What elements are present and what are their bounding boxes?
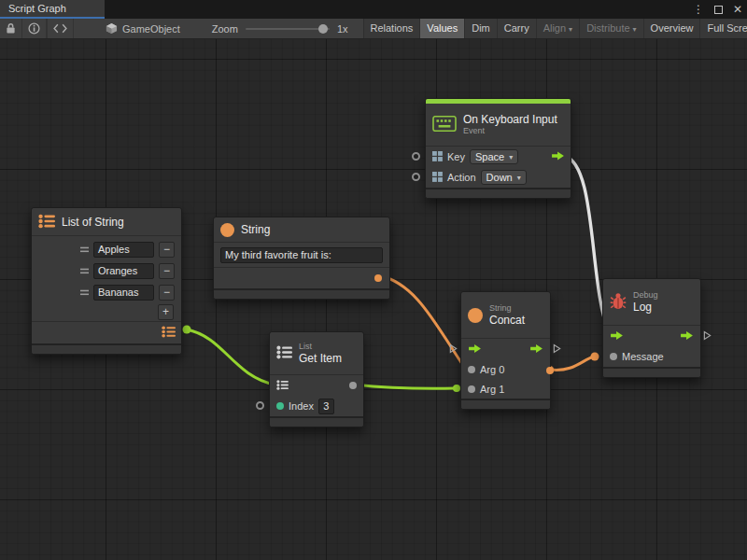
unity-cube-icon xyxy=(106,22,118,35)
node-debug-log[interactable]: Debug Log Message xyxy=(602,278,701,378)
result-output-port[interactable] xyxy=(546,367,554,374)
info-icon[interactable] xyxy=(22,19,47,39)
chevron-down-icon: ▾ xyxy=(569,25,572,34)
remove-item-button[interactable]: − xyxy=(159,242,175,258)
node-category: String xyxy=(489,303,525,314)
node-concat[interactable]: String Concat Arg 0 xyxy=(460,291,551,410)
fullscreen-button[interactable]: Full Screen xyxy=(699,19,747,39)
zoom-slider-knob[interactable] xyxy=(318,24,328,34)
action-dropdown[interactable]: Down ▾ xyxy=(481,170,527,185)
node-category: List xyxy=(299,342,342,352)
flow-output-port[interactable] xyxy=(680,330,694,343)
graph-canvas[interactable]: On Keyboard Input Event Key Space ▾ xyxy=(0,39,747,560)
flow-input-port[interactable] xyxy=(610,330,624,343)
lock-icon[interactable] xyxy=(0,19,22,39)
item-output-port[interactable] xyxy=(349,382,357,389)
list-item-field[interactable]: Apples xyxy=(93,242,154,258)
dim-button[interactable]: Dim xyxy=(464,19,497,39)
maximize-icon[interactable] xyxy=(714,6,723,14)
bug-icon xyxy=(610,292,627,312)
message-input-port[interactable] xyxy=(610,353,617,360)
gameobject-label: GameObject xyxy=(122,23,180,35)
string-type-icon xyxy=(468,308,483,323)
node-footer xyxy=(214,290,389,299)
node-on-keyboard-input[interactable]: On Keyboard Input Event Key Space ▾ xyxy=(425,98,571,199)
string-output-port[interactable] xyxy=(374,274,382,282)
message-label: Message xyxy=(622,351,664,362)
key-dropdown[interactable]: Space ▾ xyxy=(470,149,518,164)
node-footer xyxy=(603,369,700,377)
node-string-literal[interactable]: String My third favorite fruit is: xyxy=(213,217,390,300)
node-title: List of String xyxy=(62,216,124,229)
drag-handle-icon[interactable] xyxy=(80,265,89,276)
list-item-field[interactable]: Bananas xyxy=(93,285,154,301)
wire-getitem-to-concat[interactable] xyxy=(354,385,457,388)
gameobject-ref[interactable]: GameObject xyxy=(106,22,180,35)
key-label: Key xyxy=(447,151,465,162)
chevron-down-icon: ▾ xyxy=(633,25,637,34)
values-button[interactable]: Values xyxy=(419,19,464,39)
flow-input-marker xyxy=(449,343,458,356)
arg1-input-port[interactable] xyxy=(468,385,475,393)
string-type-icon xyxy=(220,223,234,237)
zoom-slider[interactable] xyxy=(246,28,330,30)
index-input-port[interactable] xyxy=(276,402,284,410)
node-footer xyxy=(461,400,550,409)
node-title: String xyxy=(241,223,270,236)
node-title: Log xyxy=(633,301,658,314)
wire-endpoint xyxy=(183,326,191,334)
list-item-row: Oranges − xyxy=(32,260,181,281)
node-list-of-string[interactable]: List of String Apples − Oranges − Banana… xyxy=(31,207,182,355)
key-external-port[interactable] xyxy=(412,152,420,161)
tab-script-graph[interactable]: Script Graph xyxy=(0,0,105,19)
close-icon[interactable]: ✕ xyxy=(733,0,742,19)
wire-concat-to-log[interactable] xyxy=(550,357,594,370)
node-footer xyxy=(426,189,571,198)
list-item-row: Bananas − xyxy=(32,282,181,302)
node-title: Get Item xyxy=(299,352,342,365)
list-output-port[interactable] xyxy=(162,326,176,340)
remove-item-button[interactable]: − xyxy=(159,263,175,279)
align-button[interactable]: Align▾ xyxy=(536,19,579,39)
chevron-down-icon: ▾ xyxy=(517,174,521,182)
flow-output-marker xyxy=(553,343,561,356)
add-item-button[interactable]: + xyxy=(158,304,174,320)
overview-button[interactable]: Overview xyxy=(643,19,700,39)
list-item-field[interactable]: Oranges xyxy=(93,263,154,279)
relations-button[interactable]: Relations xyxy=(363,19,420,39)
graph-toolbar: GameObject Zoom 1x Relations Values Dim … xyxy=(0,19,747,39)
action-label: Action xyxy=(447,172,476,183)
wire-list-to-getitem[interactable] xyxy=(187,329,275,385)
wire-endpoint xyxy=(591,353,599,361)
flow-output-port[interactable] xyxy=(529,343,543,356)
input-type-icon xyxy=(432,151,443,163)
flow-input-port[interactable] xyxy=(468,343,482,356)
distribute-button[interactable]: Distribute▾ xyxy=(579,19,642,39)
index-label: Index xyxy=(289,400,314,412)
index-external-port[interactable] xyxy=(256,401,264,410)
index-field[interactable]: 3 xyxy=(318,399,334,414)
string-value-field[interactable]: My third favorite fruit is: xyxy=(220,247,383,263)
menu-icon[interactable]: ⋮ xyxy=(693,0,704,19)
flow-output-port[interactable] xyxy=(551,151,565,163)
drag-handle-icon[interactable] xyxy=(80,287,89,298)
list-item-row: Apples − xyxy=(32,239,181,259)
node-get-item[interactable]: List Get Item Index 3 xyxy=(269,331,364,427)
node-subtitle: Event xyxy=(463,126,557,136)
action-external-port[interactable] xyxy=(412,173,420,181)
keyboard-icon xyxy=(432,116,457,133)
zoom-label: Zoom xyxy=(212,23,238,35)
list-icon xyxy=(38,214,55,231)
zoom-value: 1x xyxy=(337,23,348,35)
carry-button[interactable]: Carry xyxy=(497,19,536,39)
title-bar: Script Graph ⋮ ✕ xyxy=(0,0,747,19)
remove-item-button[interactable]: − xyxy=(159,285,175,301)
code-view-icon[interactable] xyxy=(47,19,74,39)
node-footer xyxy=(32,345,181,354)
node-footer xyxy=(270,418,363,427)
list-icon xyxy=(276,345,292,361)
arg0-input-port[interactable] xyxy=(468,366,475,373)
list-input-port[interactable] xyxy=(276,380,289,392)
arg1-label: Arg 1 xyxy=(480,384,504,395)
drag-handle-icon[interactable] xyxy=(80,244,89,255)
